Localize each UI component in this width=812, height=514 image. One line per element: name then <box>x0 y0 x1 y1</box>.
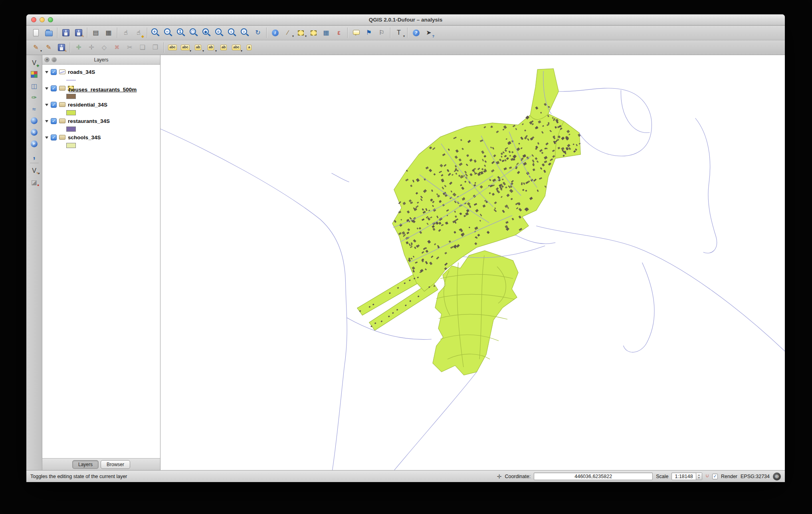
label-pin-icon[interactable]: abc▾ <box>179 42 191 53</box>
layer-symbol-swatch[interactable] <box>66 143 76 148</box>
measure-icon[interactable]: ∕▾ <box>282 27 294 39</box>
layer-visibility-checkbox[interactable] <box>51 69 57 75</box>
coordinate-input[interactable]: 446036,6235822 <box>534 472 653 480</box>
select-features-icon[interactable]: ▾ <box>295 27 307 39</box>
add-wfs-layer-icon[interactable]: F <box>29 138 40 149</box>
disclosure-triangle[interactable] <box>45 120 48 123</box>
add-vector-layer-icon[interactable]: V✚ <box>29 57 40 68</box>
layer-name[interactable]: restaurants_34S <box>68 118 110 124</box>
layer-name[interactable]: houses_restaurants_500m <box>68 86 74 91</box>
save-project-as-icon[interactable]: ✎ <box>73 27 85 39</box>
disclosure-triangle[interactable] <box>45 87 48 90</box>
new-bookmark-icon[interactable]: ⚑ <box>363 27 375 39</box>
layer-symbol-swatch[interactable] <box>66 80 76 81</box>
deselect-features-icon[interactable] <box>307 27 319 39</box>
zoom-native-icon[interactable]: 1 <box>175 27 187 39</box>
layer-item-restaurants_34S[interactable]: restaurants_34S <box>42 116 160 126</box>
new-spatialite-layer-icon[interactable]: ◪● <box>29 177 40 188</box>
label-change-dropdown[interactable]: ▾ <box>241 49 242 53</box>
layer-name[interactable]: roads_34S <box>68 69 95 75</box>
identify-features-icon[interactable]: i <box>269 27 281 39</box>
add-postgis-layer-icon[interactable]: ◫ <box>29 81 40 91</box>
layer-visibility-checkbox[interactable] <box>51 102 57 108</box>
zoom-full-icon[interactable]: ▢ <box>188 27 200 39</box>
toggle-editing-icon[interactable]: ✎ <box>43 42 55 53</box>
label-move-icon[interactable]: ab▾ <box>205 42 217 53</box>
delete-selected-icon[interactable]: ✖ <box>111 42 123 53</box>
whats-this-icon[interactable]: ➤? <box>423 27 435 39</box>
new-shapefile-layer-dropdown[interactable]: ▾ <box>38 172 40 175</box>
copy-features-icon[interactable]: ❏ <box>137 42 149 53</box>
refresh-map-icon[interactable]: ↻ <box>252 27 264 39</box>
pan-to-selection-icon[interactable]: ☝◆ <box>133 27 145 39</box>
add-feature-icon[interactable]: ✚ <box>73 42 85 53</box>
zoom-in-icon[interactable]: + <box>150 27 162 39</box>
map-tips-icon[interactable] <box>350 27 362 39</box>
zoom-to-layer-icon[interactable]: ≡ <box>214 27 226 39</box>
open-attribute-table-icon[interactable]: ▦ <box>320 27 332 39</box>
composer-manager-icon[interactable]: ▦ <box>103 27 115 39</box>
show-bookmarks-icon[interactable]: ⚐ <box>376 27 388 39</box>
close-panel-button[interactable]: ✕ <box>44 57 50 62</box>
layer-visibility-checkbox[interactable] <box>51 118 57 124</box>
crs-status-button[interactable]: ⊕ <box>773 472 781 480</box>
layer-name[interactable]: residential_34S <box>68 102 107 108</box>
layer-name[interactable]: schools_34S <box>68 134 101 140</box>
open-project-icon[interactable] <box>43 27 55 39</box>
label-show-hide-dropdown[interactable]: ▾ <box>202 49 204 53</box>
new-print-composer-icon[interactable]: ▤ <box>90 27 102 39</box>
layer-item-houses_restaurants_500m[interactable]: houses_restaurants_500m <box>42 83 160 93</box>
label-pin-dropdown[interactable]: ▾ <box>190 49 191 53</box>
layer-item-schools_34S[interactable]: schools_34S <box>42 132 160 142</box>
select-features-dropdown[interactable]: ▾ <box>305 35 307 38</box>
zoom-window-button[interactable] <box>48 17 53 22</box>
save-layer-edits-icon[interactable]: ✎ <box>55 42 67 53</box>
layer-visibility-checkbox[interactable] <box>51 85 57 91</box>
select-by-expression-icon[interactable]: ε <box>333 27 345 39</box>
close-window-button[interactable] <box>31 17 36 22</box>
detach-panel-button[interactable]: ◻ <box>51 57 57 62</box>
zoom-out-icon[interactable]: − <box>162 27 174 39</box>
add-spatialite-layer-icon[interactable]: ✑ <box>29 92 40 103</box>
minimize-window-button[interactable] <box>40 17 45 22</box>
text-annotation-icon[interactable]: T▾ <box>393 27 405 39</box>
zoom-last-icon[interactable]: ‹ <box>226 27 238 39</box>
label-rotate-icon[interactable]: ab <box>218 42 230 53</box>
title-bar[interactable]: QGIS 2.0.1-Dufour – analysis <box>26 14 785 26</box>
layer-symbol-swatch[interactable] <box>66 110 76 115</box>
new-project-icon[interactable] <box>30 27 42 39</box>
label-properties-icon[interactable]: a <box>243 42 255 53</box>
add-wms-layer-icon[interactable] <box>29 115 40 126</box>
add-raster-layer-icon[interactable] <box>29 69 40 80</box>
pan-map-icon[interactable]: ☝ <box>120 27 132 39</box>
new-shapefile-layer-icon[interactable]: V✎▾ <box>29 165 40 176</box>
layer-labeling-icon[interactable]: abc <box>166 42 178 53</box>
add-mssql-layer-icon[interactable]: ≈ <box>29 104 40 115</box>
label-move-dropdown[interactable]: ▾ <box>215 49 217 53</box>
scale-lock-icon[interactable]: ∩ <box>705 474 709 479</box>
layer-symbol-swatch[interactable] <box>66 94 76 99</box>
layer-item-roads_34S[interactable]: roads_34S <box>42 67 160 77</box>
render-checkbox[interactable] <box>712 474 718 479</box>
label-change-icon[interactable]: abc▾ <box>230 42 242 53</box>
add-wcs-layer-icon[interactable]: C <box>29 127 40 138</box>
move-feature-icon[interactable]: ✛ <box>85 42 97 53</box>
scale-combo[interactable]: 1:18148 ▴▾ <box>671 472 702 480</box>
label-show-hide-icon[interactable]: ab▾ <box>192 42 204 53</box>
disclosure-triangle[interactable] <box>45 104 48 106</box>
help-contents-icon[interactable]: ? <box>410 27 422 39</box>
paste-features-icon[interactable]: ❐ <box>149 42 161 53</box>
text-annotation-dropdown[interactable]: ▾ <box>403 35 405 38</box>
current-edits-icon[interactable]: ✎▾ <box>30 42 42 53</box>
disclosure-triangle[interactable] <box>45 136 48 139</box>
layer-item-residential_34S[interactable]: residential_34S <box>42 99 160 110</box>
disclosure-triangle[interactable] <box>45 71 48 73</box>
current-edits-dropdown[interactable]: ▾ <box>40 49 42 53</box>
layer-symbol-swatch[interactable] <box>66 127 76 132</box>
coordinate-capture-icon[interactable]: ✛ <box>497 474 502 479</box>
measure-dropdown[interactable]: ▾ <box>292 35 294 38</box>
panel-tab-browser[interactable]: Browser <box>101 460 130 469</box>
zoom-to-selection-icon[interactable]: ◆ <box>201 27 213 39</box>
node-tool-icon[interactable]: ◇ <box>98 42 110 53</box>
zoom-next-icon[interactable]: › <box>239 27 251 39</box>
